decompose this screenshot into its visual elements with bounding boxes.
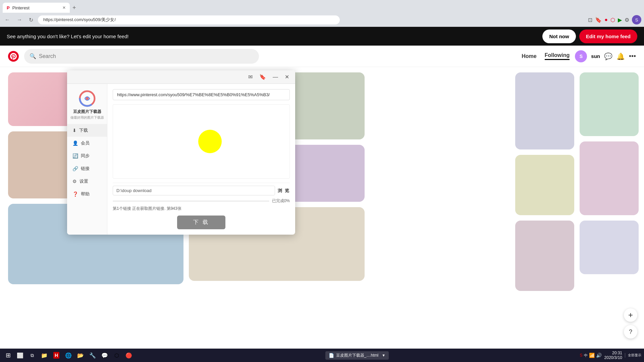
- help-icon: ❓: [72, 191, 78, 197]
- taskbar-app-icon-2[interactable]: 🔴: [123, 350, 134, 361]
- nav-following-link[interactable]: Following: [545, 52, 570, 60]
- member-icon: 👤: [72, 140, 78, 146]
- app-close-button[interactable]: ✕: [283, 73, 291, 81]
- progress-row: 已完成0%: [113, 198, 290, 204]
- tray-speaker-icon[interactable]: 🔊: [596, 353, 602, 358]
- app-bookmark-icon[interactable]: 🔖: [257, 73, 268, 81]
- taskbar-running-apps: 📄 豆皮图片下载器_....html ▼: [325, 351, 389, 360]
- help-button[interactable]: ?: [624, 325, 637, 339]
- tab-title: Pinterest: [12, 5, 60, 10]
- browser-toolbar-icons: ⊡ 🔖 ● ⬡ ▶ ⚙ S: [588, 15, 641, 24]
- browser-extension-icon-3[interactable]: ●: [604, 17, 608, 23]
- sidebar-item-member[interactable]: 👤 会员: [67, 137, 107, 149]
- forward-button[interactable]: →: [15, 15, 24, 24]
- taskbar-app-doupei[interactable]: 📄 豆皮图片下载器_....html ▼: [325, 351, 389, 360]
- banner-buttons: Not now Edit my home feed: [542, 29, 637, 43]
- pinterest-main: ✉ 🔖 — ✕ 豆皮图片下载器 做最好用的图片下载器: [0, 67, 644, 349]
- edit-feed-button[interactable]: Edit my home feed: [579, 29, 637, 43]
- svg-point-2: [86, 97, 89, 100]
- progress-percent-text: 已完成0%: [272, 198, 290, 204]
- taskbar-time-display[interactable]: 20:31 2020/3/10: [604, 351, 622, 360]
- show-desktop-button[interactable]: 全部显示: [625, 353, 641, 358]
- search-bar[interactable]: 🔍: [24, 49, 259, 64]
- search-input[interactable]: [39, 53, 254, 59]
- not-now-button[interactable]: Not now: [542, 29, 576, 43]
- pin-card[interactable]: [515, 72, 574, 149]
- url-input[interactable]: [113, 89, 290, 100]
- taskbar-right: S 中 📶 🔊 20:31 2020/3/10 全部显示: [580, 351, 641, 360]
- tab-close-button[interactable]: ✕: [62, 5, 66, 10]
- app-slogan: 做最好用的图片下载器: [70, 115, 104, 120]
- browser-extension-icon-1[interactable]: ⊡: [588, 17, 592, 23]
- download-icon: ⬇: [72, 128, 76, 133]
- sidebar-link-label: 链接: [81, 166, 90, 172]
- tab-favicon: P: [7, 5, 10, 10]
- sidebar-item-link[interactable]: 🔗 链接: [67, 162, 107, 175]
- taskbar-app-label: 豆皮图片下载器_....html: [336, 353, 379, 358]
- sidebar-item-settings[interactable]: ⚙ 设置: [67, 175, 107, 188]
- pinterest-banner: See anything you don't like? Let's edit …: [0, 27, 644, 46]
- header-nav: Home Following: [522, 52, 570, 60]
- notifications-icon[interactable]: 🔔: [616, 52, 625, 60]
- app-logo: [78, 89, 97, 108]
- pin-card[interactable]: [580, 141, 639, 215]
- browser-extension-icon-6[interactable]: ⚙: [625, 17, 629, 23]
- taskbar-chrome-icon[interactable]: 🌐: [63, 350, 74, 361]
- new-tab-button[interactable]: +: [70, 4, 79, 11]
- pinterest-logo[interactable]: [8, 51, 19, 62]
- taskbar-wechat-icon[interactable]: 💬: [99, 350, 110, 361]
- yellow-cursor-indicator: [198, 130, 222, 153]
- taskbar-tool-icon[interactable]: 🔧: [87, 350, 98, 361]
- link-icon: 🔗: [72, 166, 78, 171]
- sidebar-settings-label: 设置: [79, 178, 88, 184]
- app-body: 豆皮图片下载器 做最好用的图片下载器 ⬇ 下载 👤 会员 🔄 同步: [67, 84, 295, 235]
- browser-tab-pinterest[interactable]: P Pinterest ✕: [3, 3, 70, 13]
- sidebar-item-sync[interactable]: 🔄 同步: [67, 149, 107, 162]
- taskbar-app-icon-1[interactable]: ⬡: [111, 350, 122, 361]
- status-text: 第1个链接 正在获取图片链接. 第943张: [113, 206, 290, 212]
- browser-extension-icon-2[interactable]: 🔖: [595, 17, 602, 23]
- pin-card[interactable]: [515, 155, 574, 215]
- save-path-input[interactable]: [113, 186, 275, 195]
- add-button[interactable]: +: [624, 308, 637, 322]
- taskbar-file-explorer[interactable]: 📁: [39, 350, 50, 361]
- back-button[interactable]: ←: [3, 15, 12, 24]
- sidebar-menu: ⬇ 下载 👤 会员 🔄 同步 🔗 链接: [67, 124, 107, 200]
- pin-card[interactable]: [580, 221, 639, 274]
- windows-start-button[interactable]: ⊞: [3, 350, 13, 361]
- tray-network-icon[interactable]: 📶: [589, 353, 595, 358]
- address-bar-input[interactable]: [38, 15, 340, 24]
- app-window: ✉ 🔖 — ✕ 豆皮图片下载器 做最好用的图片下载器: [67, 70, 295, 235]
- taskbar-left: ⊞ ⬜ ⧉ 📁 H 🌐 📂 🔧 💬 ⬡ 🔴: [3, 350, 134, 361]
- sidebar-item-help[interactable]: ❓ 帮助: [67, 188, 107, 200]
- system-tray-icons: S 中 📶 🔊: [580, 353, 602, 358]
- pin-card[interactable]: [580, 72, 639, 136]
- browser-chrome: P Pinterest ✕ + ← → ↻ ⊡ 🔖 ● ⬡ ▶ ⚙ S: [0, 0, 644, 27]
- app-titlebar: ✉ 🔖 — ✕: [67, 70, 295, 84]
- messages-icon[interactable]: 💬: [604, 52, 612, 60]
- grid-col-right-2: [580, 72, 639, 291]
- user-avatar[interactable]: S: [575, 50, 587, 62]
- browser-profile-icon[interactable]: S: [632, 15, 641, 24]
- browser-extension-icon-4[interactable]: ⬡: [610, 17, 615, 23]
- app-mail-icon[interactable]: ✉: [246, 73, 255, 81]
- tab-bar: P Pinterest ✕ +: [0, 0, 644, 13]
- tray-language-icon[interactable]: 中: [584, 353, 588, 358]
- nav-home-link[interactable]: Home: [522, 53, 536, 59]
- tray-icon-1[interactable]: S: [580, 353, 583, 358]
- reload-button[interactable]: ↻: [27, 15, 35, 24]
- sidebar-member-label: 会员: [81, 140, 90, 146]
- browser-extension-icon-5[interactable]: ▶: [618, 17, 622, 23]
- browse-button[interactable]: 浏 览: [278, 188, 290, 194]
- taskbar-task-view[interactable]: ⧉: [27, 350, 38, 361]
- taskbar-hao-icon[interactable]: H: [51, 350, 62, 361]
- app-minimize-button[interactable]: —: [271, 73, 280, 81]
- pin-card[interactable]: [515, 221, 574, 291]
- sidebar-item-download[interactable]: ⬇ 下载: [67, 124, 107, 137]
- settings-icon: ⚙: [72, 179, 77, 184]
- header-user: S sun 💬 🔔 •••: [575, 50, 636, 62]
- more-options-icon[interactable]: •••: [629, 52, 636, 60]
- download-button[interactable]: 下 载: [177, 216, 225, 229]
- taskbar-search-icon[interactable]: ⬜: [15, 350, 25, 361]
- taskbar-folder-icon[interactable]: 📂: [75, 350, 86, 361]
